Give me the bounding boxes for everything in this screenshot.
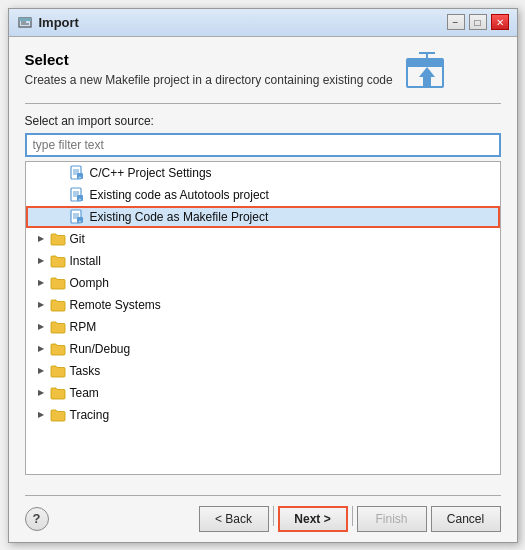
tree-item-label: Remote Systems — [70, 298, 161, 312]
tree-item-label: Team — [70, 386, 99, 400]
window-icon — [17, 14, 33, 30]
expand-arrow-icon[interactable]: ▶ — [34, 386, 48, 400]
header-area: Select Creates a new Makefile project in… — [25, 51, 501, 91]
leaf-icon: + — [68, 165, 86, 181]
expand-arrow-icon[interactable]: ▶ — [34, 276, 48, 290]
help-button[interactable]: ? — [25, 507, 49, 531]
folder-icon — [50, 408, 66, 422]
svg-rect-1 — [19, 18, 31, 21]
tree-item[interactable]: ▶ Remote Systems — [26, 294, 500, 316]
expand-arrow-icon[interactable]: ▶ — [34, 364, 48, 378]
tree-item[interactable]: + Existing Code as Makefile Project — [26, 206, 500, 228]
source-label: Select an import source: — [25, 114, 501, 128]
tree-item[interactable]: ▶ RPM — [26, 316, 500, 338]
tree-item-label: Install — [70, 254, 101, 268]
window-title: Import — [39, 15, 447, 30]
expand-arrow-icon[interactable]: ▶ — [34, 298, 48, 312]
tree-item[interactable]: ▶ Team — [26, 382, 500, 404]
bottom-area: ? < Back Next > Finish Cancel — [9, 485, 517, 542]
expand-arrow-icon[interactable]: ▶ — [34, 254, 48, 268]
tree-item-label: Oomph — [70, 276, 109, 290]
svg-text:+: + — [78, 218, 81, 224]
folder-icon — [50, 386, 66, 400]
leaf-icon: + — [68, 209, 86, 225]
tree-item-label: Existing code as Autotools project — [90, 188, 269, 202]
folder-icon — [50, 232, 66, 246]
filter-input[interactable] — [25, 133, 501, 157]
expand-arrow-icon[interactable]: ▶ — [34, 342, 48, 356]
tree-item-label: Git — [70, 232, 85, 246]
tree-item[interactable]: ▶ Install — [26, 250, 500, 272]
tree-item-label: C/C++ Project Settings — [90, 166, 212, 180]
section-description: Creates a new Makefile project in a dire… — [25, 72, 393, 89]
tree-item[interactable]: ▶ Git — [26, 228, 500, 250]
close-button[interactable]: ✕ — [491, 14, 509, 30]
header-divider — [25, 103, 501, 104]
nav-buttons: < Back Next > Finish Cancel — [199, 506, 501, 532]
cancel-button[interactable]: Cancel — [431, 506, 501, 532]
folder-icon — [50, 364, 66, 378]
import-window: Import − □ ✕ Select Creates a new Makefi… — [8, 8, 518, 543]
minimize-button[interactable]: − — [447, 14, 465, 30]
tree-item-label: Run/Debug — [70, 342, 131, 356]
svg-text:+: + — [78, 174, 81, 180]
back-button[interactable]: < Back — [199, 506, 269, 532]
import-source-tree[interactable]: + C/C++ Project Settings + Existing code… — [25, 161, 501, 475]
folder-icon — [50, 320, 66, 334]
tree-item[interactable]: ▶ Tasks — [26, 360, 500, 382]
tree-item[interactable]: + Existing code as Autotools project — [26, 184, 500, 206]
tree-item[interactable]: ▶ Run/Debug — [26, 338, 500, 360]
tree-item[interactable]: ▶ Oomph — [26, 272, 500, 294]
import-icon — [403, 51, 451, 91]
tree-item[interactable]: ▶ Tracing — [26, 404, 500, 426]
button-row: ? < Back Next > Finish Cancel — [25, 506, 501, 532]
folder-icon — [50, 342, 66, 356]
maximize-button[interactable]: □ — [469, 14, 487, 30]
folder-icon — [50, 276, 66, 290]
expand-arrow-icon[interactable]: ▶ — [34, 408, 48, 422]
svg-rect-5 — [407, 59, 443, 67]
tree-item-label: Tracing — [70, 408, 110, 422]
header-text: Select Creates a new Makefile project in… — [25, 51, 393, 89]
leaf-icon: + — [68, 187, 86, 203]
window-controls: − □ ✕ — [447, 14, 509, 30]
dialog-content: Select Creates a new Makefile project in… — [9, 37, 517, 485]
svg-marker-6 — [419, 67, 435, 87]
tree-item[interactable]: + C/C++ Project Settings — [26, 162, 500, 184]
title-bar: Import − □ ✕ — [9, 9, 517, 37]
expand-arrow-icon[interactable]: ▶ — [34, 320, 48, 334]
tree-item-label: RPM — [70, 320, 97, 334]
next-button[interactable]: Next > — [278, 506, 348, 532]
separator — [273, 506, 274, 526]
folder-icon — [50, 254, 66, 268]
tree-item-label: Existing Code as Makefile Project — [90, 210, 269, 224]
expand-arrow-icon[interactable]: ▶ — [34, 232, 48, 246]
tree-item-label: Tasks — [70, 364, 101, 378]
section-title: Select — [25, 51, 393, 68]
finish-button[interactable]: Finish — [357, 506, 427, 532]
folder-icon — [50, 298, 66, 312]
separator2 — [352, 506, 353, 526]
bottom-divider — [25, 495, 501, 496]
svg-text:+: + — [78, 196, 81, 202]
